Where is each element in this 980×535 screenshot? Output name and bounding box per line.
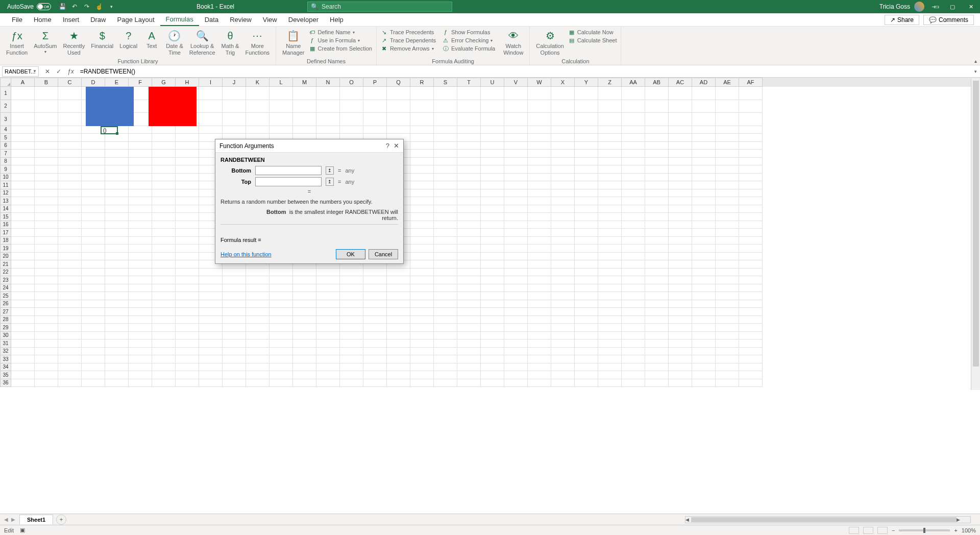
cell[interactable] xyxy=(504,276,528,284)
cell[interactable] xyxy=(481,260,504,269)
cell[interactable] xyxy=(152,363,176,372)
cell[interactable] xyxy=(152,308,176,316)
cell[interactable] xyxy=(105,158,129,166)
cell[interactable] xyxy=(199,379,223,387)
cell[interactable] xyxy=(363,316,387,324)
financial-button[interactable]: $Financial xyxy=(89,29,115,51)
cell[interactable] xyxy=(11,181,35,189)
cell[interactable] xyxy=(340,371,363,379)
cell[interactable] xyxy=(223,348,246,356)
cell[interactable] xyxy=(11,113,35,126)
cell[interactable] xyxy=(129,284,152,293)
cell[interactable] xyxy=(11,100,35,113)
cell[interactable] xyxy=(199,126,223,134)
cell[interactable] xyxy=(504,379,528,387)
cell[interactable] xyxy=(692,276,716,284)
cell[interactable] xyxy=(152,142,176,150)
cell[interactable] xyxy=(716,174,739,182)
cell[interactable] xyxy=(410,324,434,332)
normal-view-button[interactable] xyxy=(849,527,859,534)
cell[interactable] xyxy=(598,363,622,372)
cell[interactable] xyxy=(176,300,199,308)
cell[interactable] xyxy=(129,253,152,261)
row-header[interactable]: 31 xyxy=(0,339,11,348)
cell[interactable] xyxy=(199,300,223,308)
cell[interactable] xyxy=(716,205,739,213)
cell[interactable] xyxy=(692,113,716,126)
cell[interactable] xyxy=(35,269,58,277)
cell[interactable] xyxy=(598,134,622,142)
cell[interactable] xyxy=(82,284,105,293)
cell[interactable] xyxy=(457,197,481,205)
cell[interactable] xyxy=(35,205,58,213)
cell[interactable] xyxy=(504,363,528,372)
cell[interactable] xyxy=(223,363,246,372)
column-header[interactable]: B xyxy=(35,78,58,87)
cell[interactable] xyxy=(246,269,270,277)
cell[interactable] xyxy=(35,134,58,142)
cell[interactable] xyxy=(152,316,176,324)
cell[interactable] xyxy=(434,113,457,126)
cell[interactable] xyxy=(129,300,152,308)
chevron-down-icon[interactable]: ▼ xyxy=(33,69,37,74)
cell[interactable] xyxy=(270,300,293,308)
cell[interactable] xyxy=(716,158,739,166)
cell[interactable] xyxy=(35,253,58,261)
remove-arrows-button[interactable]: ✖Remove Arrows ▾ xyxy=(381,45,436,52)
cell[interactable] xyxy=(739,253,763,261)
cell[interactable] xyxy=(504,339,528,348)
cell[interactable] xyxy=(387,339,410,348)
cell[interactable] xyxy=(598,276,622,284)
cell[interactable] xyxy=(270,363,293,372)
row-header[interactable]: 8 xyxy=(0,158,11,166)
cell[interactable] xyxy=(716,189,739,198)
cell[interactable] xyxy=(528,269,551,277)
cell[interactable] xyxy=(669,205,692,213)
cell[interactable] xyxy=(457,165,481,174)
red-filled-cells[interactable] xyxy=(149,87,197,126)
active-cell[interactable]: () xyxy=(101,126,118,134)
cell[interactable] xyxy=(504,245,528,253)
cell[interactable] xyxy=(551,237,575,245)
cell[interactable] xyxy=(58,213,82,221)
cell[interactable] xyxy=(692,379,716,387)
cell[interactable] xyxy=(622,379,645,387)
cell[interactable] xyxy=(105,371,129,379)
cell[interactable] xyxy=(669,142,692,150)
cell[interactable] xyxy=(129,316,152,324)
cell[interactable] xyxy=(340,284,363,293)
cell[interactable] xyxy=(692,229,716,237)
row-header[interactable]: 26 xyxy=(0,300,11,308)
cell[interactable] xyxy=(575,284,598,293)
cell[interactable] xyxy=(82,332,105,340)
cell[interactable] xyxy=(105,292,129,300)
cell[interactable] xyxy=(551,276,575,284)
cell[interactable] xyxy=(716,253,739,261)
cell[interactable] xyxy=(199,348,223,356)
cell[interactable] xyxy=(246,339,270,348)
cell[interactable] xyxy=(716,113,739,126)
row-header[interactable]: 19 xyxy=(0,245,11,253)
cell[interactable] xyxy=(199,324,223,332)
cell[interactable] xyxy=(293,113,316,126)
cell[interactable] xyxy=(575,100,598,113)
cell[interactable] xyxy=(105,276,129,284)
cell[interactable] xyxy=(11,197,35,205)
cell[interactable] xyxy=(551,134,575,142)
cell[interactable] xyxy=(58,181,82,189)
cell[interactable] xyxy=(434,269,457,277)
cell[interactable] xyxy=(246,126,270,134)
cell[interactable] xyxy=(199,363,223,372)
cell[interactable] xyxy=(598,100,622,113)
cell[interactable] xyxy=(551,316,575,324)
cell[interactable] xyxy=(622,189,645,198)
cell[interactable] xyxy=(528,142,551,150)
close-button[interactable]: ✕ xyxy=(962,0,980,13)
cell[interactable] xyxy=(481,245,504,253)
cell[interactable] xyxy=(575,292,598,300)
cell[interactable] xyxy=(692,348,716,356)
cell[interactable] xyxy=(575,181,598,189)
cell[interactable] xyxy=(129,237,152,245)
cell[interactable] xyxy=(340,276,363,284)
cell[interactable] xyxy=(481,134,504,142)
